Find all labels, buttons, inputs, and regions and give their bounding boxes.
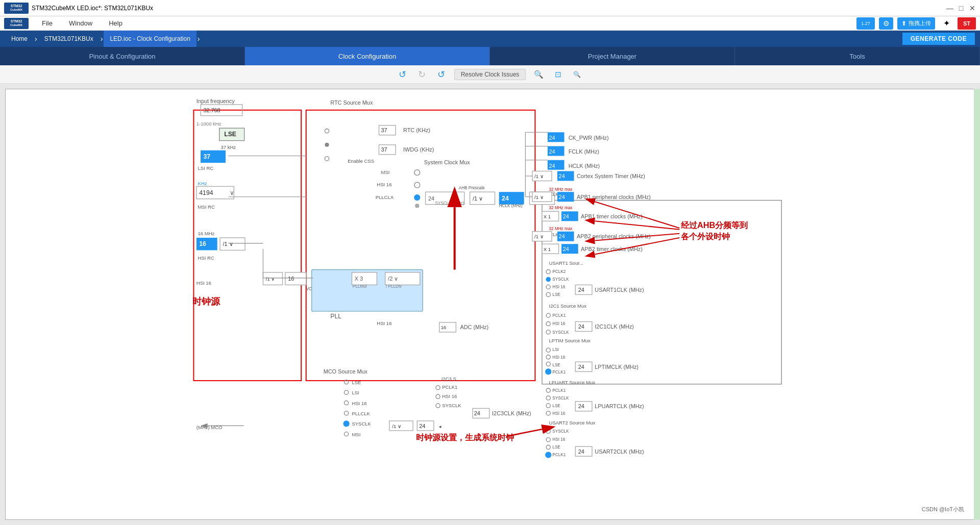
redo-button[interactable]: ↻: [415, 68, 429, 81]
svg-text:LSE: LSE: [552, 445, 560, 449]
svg-text:X 1: X 1: [544, 246, 551, 252]
svg-rect-0: [188, 89, 792, 519]
menu-help[interactable]: Help: [106, 18, 126, 28]
menu-window[interactable]: Window: [66, 18, 95, 28]
svg-text:AHB Prescale: AHB Prescale: [459, 186, 485, 190]
svg-text:/1 ∨: /1 ∨: [534, 173, 544, 179]
generate-code-button[interactable]: GENERATE CODE: [902, 33, 975, 45]
upload-button[interactable]: ⬆ 拖拽上传: [897, 17, 935, 30]
titlebar-controls: — □ ✕: [946, 5, 976, 12]
svg-text:24: 24: [559, 173, 565, 179]
svg-text:SYSCLK: SYSCLK: [442, 403, 461, 408]
tab-project[interactable]: Project Manager: [490, 47, 735, 65]
svg-point-87: [344, 421, 349, 427]
svg-text:LSE: LSE: [552, 404, 560, 408]
svg-text:/1 ∨: /1 ∨: [266, 276, 275, 282]
zoom-in-button[interactable]: 🔍: [532, 68, 545, 81]
svg-text:24: 24: [578, 287, 584, 293]
svg-point-27: [325, 143, 329, 147]
tab-tools[interactable]: Tools: [735, 47, 980, 65]
breadcrumb-home[interactable]: Home ›: [5, 31, 38, 47]
svg-text:LSE: LSE: [552, 363, 560, 367]
svg-text:24: 24: [549, 163, 555, 169]
svg-point-199: [546, 452, 551, 458]
svg-text:MCO Source Mux: MCO Source Mux: [324, 368, 368, 374]
svg-text:HSI 16: HSI 16: [377, 182, 391, 187]
svg-text:PCLK1: PCLK1: [552, 388, 566, 393]
titlebar: STM32 CubeMX STM32CubeMX LED.ioc*: STM32…: [0, 0, 980, 16]
svg-text:Input frequency: Input frequency: [197, 98, 235, 104]
svg-text:SYSCLK: SYSCLK: [552, 277, 569, 282]
clock-diagram-svg: Input frequency 32.768 1-1000 kHz LSE 37…: [6, 89, 974, 519]
resolve-clock-issues-button[interactable]: Resolve Clock Issues: [454, 69, 526, 80]
refresh-button[interactable]: ↺: [435, 68, 448, 81]
svg-text:HSI 16: HSI 16: [552, 285, 565, 289]
main-area: Input frequency 32.768 1-1000 kHz LSE 37…: [0, 84, 980, 525]
svg-text:∨: ∨: [230, 189, 234, 196]
svg-text:16: 16: [440, 324, 446, 330]
toolbar: ↺ ↻ ↺ Resolve Clock Issues 🔍 ⊡ 🔍: [0, 65, 980, 84]
svg-text:32 MHz max: 32 MHz max: [549, 206, 573, 210]
svg-text:32 MHz max: 32 MHz max: [549, 227, 573, 231]
svg-text:16: 16: [288, 276, 294, 282]
minimize-button[interactable]: —: [946, 5, 953, 12]
menu-file[interactable]: File: [39, 18, 56, 28]
tab-clock[interactable]: Clock Configuration: [245, 47, 490, 65]
svg-text:LSI: LSI: [552, 347, 558, 352]
svg-text:LPUARTCLK (MHz): LPUARTCLK (MHz): [595, 403, 644, 409]
app-logo: STM32 CubeMX: [4, 3, 29, 14]
scrollbar[interactable]: [974, 89, 980, 520]
svg-text:24: 24: [578, 364, 584, 370]
tabbar: Pinout & Configuration Clock Configurati…: [0, 47, 980, 65]
svg-text:16: 16: [199, 240, 206, 247]
svg-text:16 MHz: 16 MHz: [198, 231, 215, 236]
svg-text:PLLCLK: PLLCLK: [352, 411, 370, 416]
svg-text:PLL: PLL: [330, 313, 341, 320]
svg-text:37 kHz: 37 kHz: [220, 144, 236, 150]
clock-diagram[interactable]: Input frequency 32.768 1-1000 kHz LSE 37…: [5, 89, 975, 520]
svg-text:X 3: X 3: [355, 276, 363, 282]
svg-text:/ PLLDiv: / PLLDiv: [386, 284, 402, 289]
close-button[interactable]: ✕: [969, 5, 976, 12]
svg-text:LSE: LSE: [552, 292, 560, 297]
svg-text:APB1 peripheral clocks (MHz): APB1 peripheral clocks (MHz): [577, 194, 651, 200]
svg-text:Enable CSS: Enable CSS: [348, 158, 374, 164]
svg-text:经过AHB分频等到: 经过AHB分频等到: [680, 220, 748, 230]
svg-text:HSI 16: HSI 16: [377, 320, 391, 326]
maximize-button[interactable]: □: [958, 5, 965, 12]
window-title: STM32CubeMX LED.ioc*: STM32L071KBUx: [32, 5, 153, 12]
svg-text:SYSCLK: SYSCLK: [552, 396, 569, 401]
svg-text:HSI 16: HSI 16: [552, 437, 565, 442]
connect-icon[interactable]: ✦: [939, 17, 953, 30]
svg-text:HSI 16: HSI 16: [197, 280, 211, 286]
svg-text:/1 ∨: /1 ∨: [534, 234, 544, 239]
svg-text:I2C3CLK (MHz): I2C3CLK (MHz): [492, 410, 531, 416]
svg-text:24: 24: [559, 233, 565, 239]
svg-text:I2C1CLK (MHz): I2C1CLK (MHz): [595, 323, 634, 330]
svg-text:PCLK1: PCLK1: [552, 313, 566, 318]
undo-button[interactable]: ↺: [396, 68, 409, 81]
svg-text:RTC Source Mux: RTC Source Mux: [330, 99, 373, 106]
svg-text:Cortex System Timer (MHz): Cortex System Timer (MHz): [577, 173, 645, 179]
svg-text:LPTIMCLK (MHz): LPTIMCLK (MHz): [595, 364, 639, 370]
svg-text:24: 24: [563, 213, 569, 219]
svg-text:LSI RC: LSI RC: [198, 165, 214, 171]
breadcrumb-chip[interactable]: STM32L071KBUx ›: [38, 31, 104, 47]
svg-text:CK_PWR (MHz): CK_PWR (MHz): [569, 135, 609, 141]
tab-pinout[interactable]: Pinout & Configuration: [0, 47, 245, 65]
menubar-right: 1.27 ⚙ ⬆ 拖拽上传 ✦ ST: [856, 17, 976, 30]
svg-text:/2 ∨: /2 ∨: [388, 276, 398, 282]
version-badge: 1.27: [856, 17, 875, 30]
svg-text:LSE: LSE: [352, 380, 361, 385]
svg-text:37: 37: [381, 127, 387, 133]
settings-icon-btn[interactable]: ⚙: [879, 17, 893, 30]
svg-text:RTC (KHz): RTC (KHz): [403, 127, 430, 133]
svg-text:/1 ∨: /1 ∨: [473, 195, 483, 202]
svg-text:37: 37: [203, 153, 210, 160]
svg-text:MSI RC: MSI RC: [198, 204, 215, 210]
breadcrumb-file[interactable]: LED.ioc - Clock Configuration ›: [104, 31, 201, 47]
fit-view-button[interactable]: ⊡: [551, 68, 565, 81]
zoom-out-button[interactable]: 🔍: [572, 69, 583, 80]
svg-text:37: 37: [381, 146, 387, 153]
svg-text:24: 24: [419, 423, 425, 429]
